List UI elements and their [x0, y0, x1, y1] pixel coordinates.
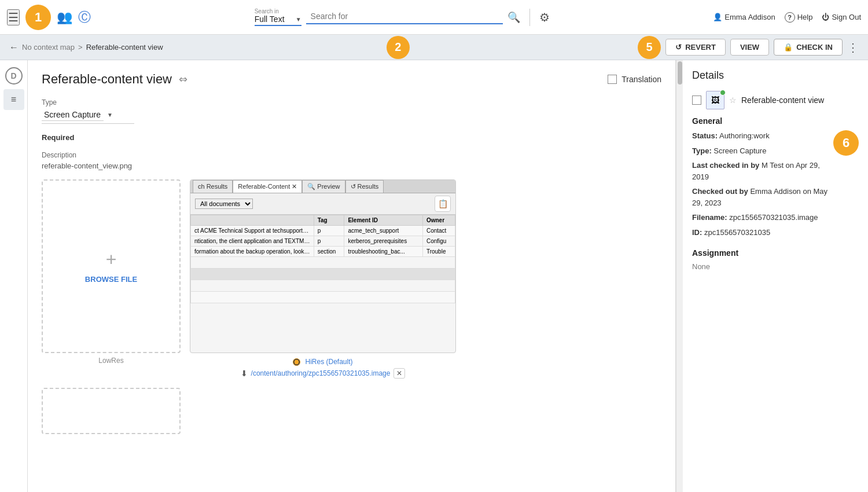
cc-logo-icon: Ⓒ — [78, 9, 91, 26]
view-label: VIEW — [740, 43, 759, 52]
details-id-row: ID: zpc1556570321035 — [692, 227, 829, 238]
sim-col-owner: Owner — [422, 215, 455, 226]
user-icon: 👤 — [713, 13, 722, 21]
hires-image-slot: ch Results Referable-Content ✕ 🔍 Preview… — [190, 179, 456, 353]
breadcrumb-separator: > — [78, 43, 83, 52]
details-assignment-value: None — [692, 262, 859, 271]
chevron-down-icon-type: ▼ — [107, 112, 113, 118]
lowres-image-slot[interactable]: + BROWSE FILE — [42, 179, 181, 353]
sidebar-icons: D ≡ — [0, 60, 28, 492]
browse-file-button[interactable]: BROWSE FILE — [85, 275, 137, 284]
sim-copy-button[interactable]: 📋 — [435, 196, 451, 212]
table-row-empty4 — [191, 292, 455, 303]
table-row: ct ACME Technical Support at techsupport… — [191, 226, 455, 236]
type-select[interactable]: Screen Capture — [42, 109, 104, 121]
main-layout: D ≡ Referable-content view ⇔ Translation… — [0, 60, 868, 492]
status-dot — [720, 90, 726, 96]
content-title-row: Referable-content view ⇔ Translation — [42, 72, 661, 87]
sim-toolbar: All documents 📋 — [190, 193, 455, 215]
revert-icon: ↺ — [675, 43, 682, 52]
sim-col-elementid: Element ID — [344, 215, 423, 226]
step-badge-5: 5 — [638, 36, 661, 59]
sim-all-docs-select[interactable]: All documents — [195, 199, 253, 209]
filter-icon[interactable]: ⚙ — [539, 10, 550, 24]
details-panel: › Details 🖼 ☆ Referable-content view Gen… — [683, 60, 868, 492]
sim-tab-preview[interactable]: 🔍 Preview — [302, 180, 345, 193]
sidebar-icon-d[interactable]: D — [5, 67, 23, 85]
details-star-icon[interactable]: ☆ — [729, 96, 737, 105]
step-badge-6: 6 — [833, 130, 859, 156]
split-view-icon[interactable]: ⇔ — [179, 73, 187, 86]
search-in-label: Search in — [255, 8, 279, 14]
description-value: referable-content_view.png — [42, 161, 661, 170]
table-row-empty3 — [191, 280, 455, 292]
more-options-button[interactable]: ⋮ — [847, 41, 859, 54]
divider — [529, 9, 530, 26]
lowres-caption: LowRes — [98, 357, 123, 365]
breadcrumb-current: Referable-content view — [86, 43, 163, 52]
details-checkedout-row: Checked out by Emma Addison on May 29, 2… — [692, 186, 829, 208]
image-type-icon: 🖼 — [711, 96, 719, 105]
required-label: Required — [42, 133, 74, 142]
hires-label: HiRes (Default) — [305, 358, 352, 366]
details-info: Status: Authoring:work Type: Screen Capt… — [692, 130, 829, 241]
details-status-row: Status: Authoring:work — [692, 130, 829, 142]
hires-delete-button[interactable]: ✕ — [393, 368, 405, 379]
chevron-down-icon: ▼ — [296, 16, 301, 23]
step-badge-2: 2 — [387, 36, 410, 59]
revert-label: REVERT — [685, 43, 716, 52]
back-arrow-icon: ← — [9, 42, 19, 52]
sim-tab-results[interactable]: ch Results — [193, 180, 233, 193]
sidebar-icon-structure[interactable]: ≡ — [3, 89, 24, 110]
type-field: Type Screen Capture ▼ — [42, 98, 661, 124]
sim-tab-resultsb[interactable]: ↺ Results — [345, 180, 384, 193]
user-button[interactable]: 👤 Emma Addison — [713, 13, 775, 21]
sim-tab-referable[interactable]: Referable-Content ✕ — [233, 180, 302, 193]
content-scrollbar[interactable] — [676, 60, 683, 492]
description-label: Description — [42, 151, 661, 159]
search-area: Search in Full Text Title Content ▼ 🔍 ⚙ — [97, 8, 707, 26]
signout-icon: ⏻ — [822, 13, 829, 21]
user-name: Emma Addison — [724, 13, 775, 21]
help-icon: ? — [785, 12, 795, 23]
checkin-button[interactable]: 🔒 CHECK IN — [774, 39, 843, 56]
hamburger-menu[interactable]: ☰ — [7, 9, 20, 25]
plus-icon: + — [106, 249, 117, 270]
step-badge-1: 1 — [25, 5, 51, 30]
hires-container: ch Results Referable-Content ✕ 🔍 Preview… — [190, 179, 456, 379]
checkin-label: CHECK IN — [796, 43, 833, 52]
copy-icon: 📋 — [438, 199, 448, 208]
table-row-empty2 — [191, 269, 455, 280]
view-button[interactable]: VIEW — [730, 39, 769, 56]
details-item-checkbox[interactable] — [692, 96, 701, 105]
sim-table: Tag Element ID Owner ct ACME Technical S… — [190, 215, 455, 303]
sim-col-content — [191, 215, 314, 226]
translation-checkbox[interactable] — [608, 75, 617, 84]
breadcrumb-context: No context map — [22, 43, 75, 52]
structure-icon: ≡ — [11, 94, 16, 105]
people-icon: 👥 — [57, 10, 72, 25]
content-area: Referable-content view ⇔ Translation Typ… — [28, 60, 676, 492]
back-button[interactable]: ← — [9, 42, 19, 53]
breadcrumb-bar: ← No context map > Referable-content vie… — [0, 35, 868, 60]
table-row-empty — [191, 257, 455, 269]
details-assignment-title: Assignment — [692, 248, 859, 258]
details-type-row: Type: Screen Capture — [692, 145, 829, 157]
details-item-name: Referable-content view — [741, 96, 824, 105]
page-title: Referable-content view — [42, 72, 172, 87]
user-area: 👤 Emma Addison ? Help ⏻ Sign Out — [713, 12, 861, 23]
signout-button[interactable]: ⏻ Sign Out — [822, 13, 861, 21]
search-in-select[interactable]: Full Text Title Content — [255, 14, 295, 24]
lowres-container: + BROWSE FILE LowRes — [42, 179, 181, 365]
bottom-image-slot[interactable] — [42, 388, 181, 434]
hires-radio[interactable] — [293, 358, 300, 366]
search-button[interactable]: 🔍 — [507, 11, 520, 24]
hires-footer: HiRes (Default) — [190, 353, 456, 368]
images-row: + BROWSE FILE LowRes ch Results Referabl… — [42, 179, 661, 379]
content-with-scrollbar: Referable-content view ⇔ Translation Typ… — [28, 60, 683, 492]
top-bar: ☰ 1 👥 Ⓒ Search in Full Text Title Conten… — [0, 0, 868, 35]
revert-button[interactable]: ↺ REVERT — [665, 39, 726, 56]
search-input[interactable] — [306, 10, 503, 22]
help-button[interactable]: ? Help — [785, 12, 813, 23]
breadcrumb-actions: 5 ↺ REVERT VIEW 🔒 CHECK IN ⋮ — [638, 36, 859, 59]
